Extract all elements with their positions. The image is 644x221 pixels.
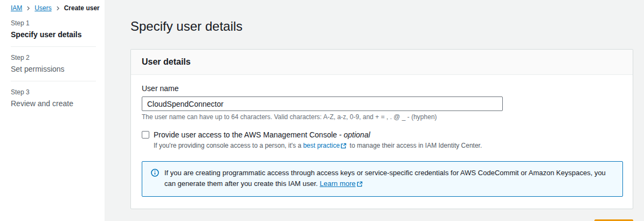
breadcrumb: IAM Users Create user — [11, 4, 96, 12]
step-number: Step 1 — [11, 19, 96, 27]
console-access-checkbox[interactable] — [142, 131, 149, 139]
step-link-specify-user-details: Specify user details — [11, 30, 96, 39]
info-icon — [151, 169, 159, 190]
user-name-help-text: The user name can have up to 64 characte… — [142, 113, 622, 121]
card-body: User name The user name can have up to 6… — [131, 75, 633, 209]
breadcrumb-link-iam[interactable]: IAM — [11, 4, 22, 12]
console-access-optional-text: optional — [344, 130, 370, 139]
console-access-help: If you're providing console access to a … — [154, 141, 622, 151]
step-divider — [11, 81, 96, 81]
step-link-review-and-create[interactable]: Review and create — [11, 99, 96, 108]
wizard-step-2: Step 2 Set permissions — [11, 54, 96, 74]
user-name-label: User name — [142, 84, 622, 93]
breadcrumb-current: Create user — [64, 4, 100, 12]
best-practice-link[interactable]: best practice — [303, 142, 340, 149]
wizard-step-1: Step 1 Specify user details — [11, 19, 96, 39]
left-column: IAM Users Create user Step 1 Specify use… — [0, 0, 105, 221]
breadcrumb-link-users[interactable]: Users — [34, 4, 51, 12]
external-link-icon — [357, 179, 363, 190]
main-panel: Specify user details User details User n… — [105, 0, 644, 221]
wizard-steps: Step 1 Specify user details Step 2 Set p… — [11, 19, 96, 108]
console-access-row: Provide user access to the AWS Managemen… — [142, 130, 622, 140]
user-details-card: User details User name The user name can… — [130, 49, 633, 209]
programmatic-access-info-alert: If you are creating programmatic access … — [142, 161, 623, 197]
alert-message: If you are creating programmatic access … — [164, 169, 606, 188]
console-access-label-text: Provide user access to the AWS Managemen… — [154, 130, 342, 139]
card-header: User details — [131, 50, 633, 75]
alert-text: If you are creating programmatic access … — [164, 168, 614, 190]
wizard-step-3: Step 3 Review and create — [11, 88, 96, 108]
step-link-set-permissions[interactable]: Set permissions — [11, 65, 96, 74]
user-name-input[interactable] — [142, 96, 503, 111]
console-help-prefix: If you're providing console access to a … — [154, 142, 301, 149]
step-divider — [11, 46, 96, 47]
step-number: Step 2 — [11, 54, 96, 62]
breadcrumb-separator-icon — [26, 6, 31, 11]
step-number: Step 3 — [11, 88, 96, 96]
console-help-suffix: to manage their access in IAM Identity C… — [350, 142, 482, 149]
page-title: Specify user details — [130, 18, 644, 34]
learn-more-link[interactable]: Learn more — [320, 179, 355, 188]
breadcrumb-separator-icon — [56, 6, 60, 11]
external-link-icon — [341, 142, 347, 151]
console-access-label: Provide user access to the AWS Managemen… — [154, 130, 370, 140]
